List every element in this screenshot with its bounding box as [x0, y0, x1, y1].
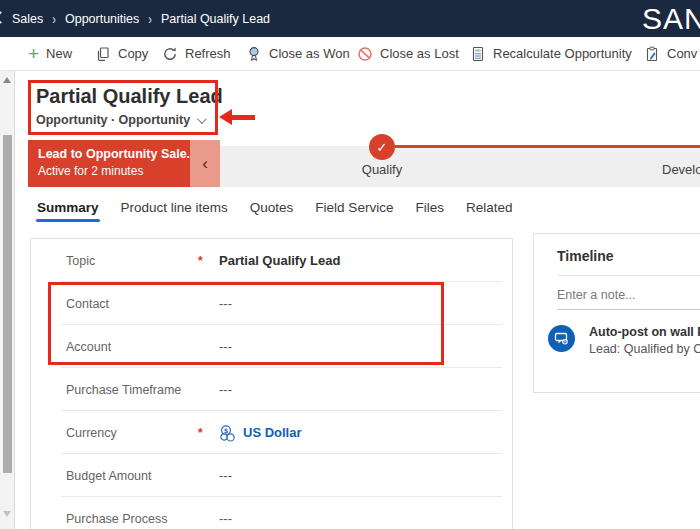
new-button[interactable]: + New [28, 37, 72, 70]
chevron-right-icon: › [52, 11, 56, 26]
business-process-flow: Lead to Opportunity Sale... Active for 2… [15, 140, 700, 187]
summary-fields-card: Topic * Partial Qualify Lead Contact ---… [30, 238, 513, 529]
tab-related[interactable]: Related [465, 196, 514, 219]
entity-form-label: Opportunity · Opportunity [36, 113, 190, 127]
check-icon: ✓ [377, 140, 388, 155]
purchase-timeframe-value[interactable]: --- [219, 382, 232, 397]
close-as-won-button-label: Close as Won [269, 46, 350, 61]
refresh-icon [162, 46, 178, 62]
purchase-process-value[interactable]: --- [219, 511, 232, 526]
back-chevron-fragment-icon[interactable] [0, 11, 7, 24]
tab-files[interactable]: Files [414, 196, 445, 219]
topic-value[interactable]: Partial Qualify Lead [219, 253, 340, 268]
field-row-purchase-timeframe: Purchase Timeframe --- [31, 368, 512, 411]
breadcrumb-opportunities[interactable]: Opportunities [65, 12, 139, 26]
calculator-icon [470, 46, 486, 62]
command-bar: + New Copy Refresh Close as Won [0, 37, 700, 71]
currency-coins-icon: $ [219, 424, 237, 442]
scrollbar-down-arrow-icon[interactable] [3, 511, 11, 517]
contact-value[interactable]: --- [219, 296, 232, 311]
field-label: Contact [66, 297, 198, 311]
vertical-scrollbar[interactable] [0, 71, 15, 529]
form-tabs: Summary Product line items Quotes Field … [15, 187, 700, 228]
field-label: Purchase Process [66, 512, 198, 526]
currency-lookup[interactable]: $ US Dollar [219, 424, 302, 442]
clipboard-icon [644, 46, 660, 62]
field-row-topic: Topic * Partial Qualify Lead [31, 239, 512, 282]
recalculate-opportunity-button-label: Recalculate Opportunity [493, 46, 632, 61]
copy-button[interactable]: Copy [95, 37, 148, 70]
record-subtitle[interactable]: Opportunity · Opportunity [36, 113, 204, 127]
new-button-label: New [46, 46, 72, 61]
top-navigation-bar: Sales › Opportunities › Partial Qualify … [0, 0, 700, 37]
field-row-contact: Contact --- [31, 282, 512, 325]
process-progress-line [382, 145, 700, 148]
stage-qualify-label[interactable]: Qualify [342, 162, 422, 177]
process-collapse-button[interactable]: ‹ [190, 140, 220, 187]
currency-value: US Dollar [243, 425, 302, 440]
record-header: Partial Qualify Lead Opportunity · Oppor… [15, 71, 700, 140]
close-as-lost-button[interactable]: Close as Lost [357, 37, 459, 70]
timeline-post-body: Lead: Qualified by C [589, 342, 700, 356]
environment-label: SAN [642, 0, 700, 37]
process-status: Active for 2 minutes [38, 164, 190, 178]
field-label: Budget Amount [66, 469, 198, 483]
tab-field-service[interactable]: Field Service [314, 196, 394, 219]
timeline-card: Timeline Enter a note... Auto-post on wa… [533, 233, 700, 393]
medal-icon [246, 46, 262, 62]
close-as-lost-button-label: Close as Lost [380, 46, 459, 61]
field-label: Account [66, 340, 198, 354]
close-as-won-button[interactable]: Close as Won [246, 37, 350, 70]
required-asterisk: * [198, 254, 219, 268]
chevron-down-icon[interactable] [197, 114, 207, 124]
field-row-currency: Currency * $ US Dollar [31, 411, 512, 454]
budget-amount-value[interactable]: --- [219, 468, 232, 483]
scrollbar-thumb[interactable] [3, 135, 12, 473]
field-label: Purchase Timeframe [66, 383, 198, 397]
tab-summary[interactable]: Summary [36, 196, 100, 219]
scrollbar-up-arrow-icon[interactable] [3, 77, 11, 83]
field-row-budget-amount: Budget Amount --- [31, 454, 512, 497]
convert-button[interactable]: Conv [644, 37, 697, 70]
active-process-box[interactable]: Lead to Opportunity Sale... Active for 2… [28, 140, 190, 187]
tab-product-line-items[interactable]: Product line items [120, 196, 229, 219]
account-value[interactable]: --- [219, 339, 232, 354]
page-title: Partial Qualify Lead [36, 85, 223, 108]
plus-icon: + [28, 46, 39, 62]
note-input-underline [557, 309, 700, 310]
process-stage-bar [220, 146, 700, 187]
copy-button-label: Copy [118, 46, 148, 61]
field-label: Currency [66, 426, 198, 440]
auto-post-icon [548, 325, 575, 352]
convert-button-label: Conv [667, 46, 697, 61]
stage-develop-label[interactable]: Develop [662, 162, 700, 177]
note-input[interactable]: Enter a note... [557, 288, 700, 302]
required-asterisk: * [198, 426, 219, 440]
tab-quotes[interactable]: Quotes [249, 196, 295, 219]
block-icon [357, 46, 373, 62]
dynamics-opportunity-screen: Sales › Opportunities › Partial Qualify … [0, 0, 700, 529]
timeline-post-text: Auto-post on wall P Lead: Qualified by C [589, 325, 700, 356]
breadcrumb-current-record[interactable]: Partial Qualify Lead [161, 12, 270, 26]
field-row-purchase-process: Purchase Process --- [31, 497, 512, 529]
copy-icon [95, 46, 111, 62]
chevron-left-icon: ‹ [202, 154, 208, 174]
timeline-divider [557, 275, 700, 276]
field-label: Topic [66, 254, 198, 268]
timeline-title: Timeline [557, 248, 700, 264]
process-name: Lead to Opportunity Sale... [38, 147, 190, 161]
field-row-account: Account --- [31, 325, 512, 368]
breadcrumb-sales[interactable]: Sales [12, 12, 43, 26]
refresh-button[interactable]: Refresh [162, 37, 231, 70]
recalculate-opportunity-button[interactable]: Recalculate Opportunity [470, 37, 632, 70]
chevron-right-icon: › [148, 11, 152, 26]
breadcrumb: Sales › Opportunities › Partial Qualify … [12, 0, 270, 37]
stage-qualify-check-badge[interactable]: ✓ [369, 134, 395, 160]
timeline-post[interactable]: Auto-post on wall P Lead: Qualified by C [548, 325, 700, 356]
refresh-button-label: Refresh [185, 46, 231, 61]
timeline-post-title[interactable]: Auto-post on wall P [589, 325, 700, 339]
